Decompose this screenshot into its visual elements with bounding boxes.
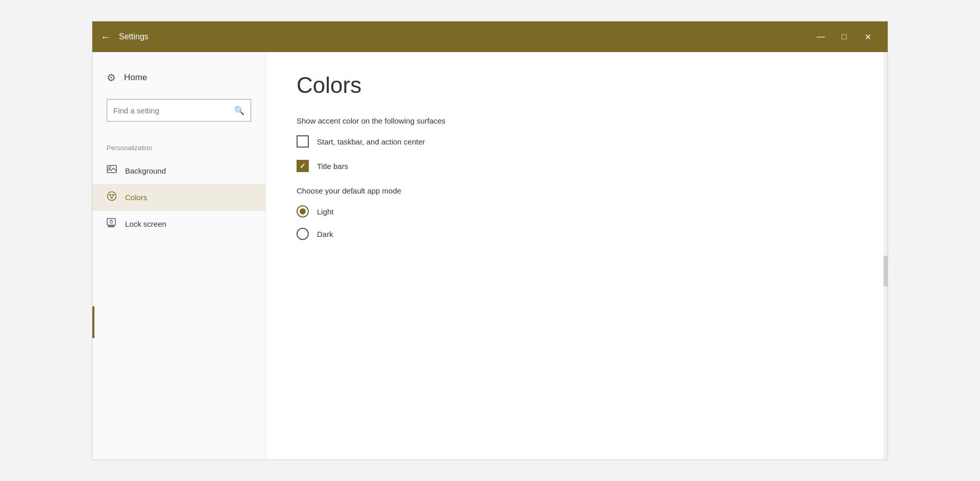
app-mode-heading: Choose your default app mode xyxy=(297,186,857,195)
content-area: ⚙ Home 🔍 Personalization xyxy=(92,52,888,460)
svg-point-5 xyxy=(111,197,113,199)
background-label: Background xyxy=(125,166,166,175)
home-gear-icon: ⚙ xyxy=(107,71,116,84)
minimize-button[interactable]: — xyxy=(809,27,832,47)
section-label-personalization: Personalization xyxy=(92,140,265,158)
checkbox-start[interactable] xyxy=(297,135,309,148)
svg-point-2 xyxy=(108,192,116,201)
colors-label: Colors xyxy=(125,193,147,202)
search-container: 🔍 xyxy=(92,91,265,130)
sidebar: ⚙ Home 🔍 Personalization xyxy=(92,52,266,460)
search-button[interactable]: 🔍 xyxy=(228,99,251,122)
sidebar-item-colors[interactable]: Colors xyxy=(92,184,265,211)
svg-rect-9 xyxy=(110,221,112,223)
back-button[interactable]: ← xyxy=(101,32,111,42)
sidebar-item-background[interactable]: Background xyxy=(92,158,265,184)
checkbox-row-titlebar: Title bars xyxy=(297,160,857,172)
search-icon: 🔍 xyxy=(234,106,244,115)
sidebar-item-lock-screen[interactable]: Lock screen xyxy=(92,211,265,237)
svg-point-1 xyxy=(109,166,111,169)
colors-icon xyxy=(107,191,117,204)
search-input[interactable] xyxy=(107,106,228,115)
radio-dark-label: Dark xyxy=(317,230,333,238)
settings-window: ← Settings — □ ✕ ⚙ Home 🔍 xyxy=(92,21,888,460)
radio-light-label: Light xyxy=(317,207,334,216)
radio-row-light: Light xyxy=(297,205,857,218)
window-title: Settings xyxy=(119,32,809,41)
close-button[interactable]: ✕ xyxy=(856,27,879,47)
radio-light[interactable] xyxy=(297,205,309,218)
active-indicator xyxy=(92,306,94,338)
svg-rect-0 xyxy=(107,165,116,173)
page-title: Colors xyxy=(297,73,857,98)
main-content: Colors Show accent color on the followin… xyxy=(266,52,888,460)
svg-point-4 xyxy=(112,194,114,196)
scrollbar-track[interactable] xyxy=(884,52,888,460)
accent-surfaces-heading: Show accent color on the following surfa… xyxy=(297,116,857,125)
checkbox-row-start: Start, taskbar, and action center xyxy=(297,135,857,148)
svg-point-3 xyxy=(109,194,111,196)
background-icon xyxy=(107,165,117,177)
lock-screen-label: Lock screen xyxy=(125,220,166,228)
titlebar: ← Settings — □ ✕ xyxy=(92,21,888,52)
home-label: Home xyxy=(124,73,147,83)
checkbox-titlebar-label: Title bars xyxy=(317,162,348,171)
checkbox-titlebar[interactable] xyxy=(297,160,309,172)
svg-rect-6 xyxy=(107,219,115,225)
scrollbar-thumb[interactable] xyxy=(884,256,888,286)
radio-dark[interactable] xyxy=(297,228,309,240)
radio-row-dark: Dark xyxy=(297,228,857,240)
window-controls: — □ ✕ xyxy=(809,27,879,47)
lock-screen-icon xyxy=(107,218,117,230)
maximize-button[interactable]: □ xyxy=(832,27,856,47)
search-box: 🔍 xyxy=(107,99,251,122)
checkbox-start-label: Start, taskbar, and action center xyxy=(317,137,425,146)
sidebar-item-home[interactable]: ⚙ Home xyxy=(92,64,265,91)
